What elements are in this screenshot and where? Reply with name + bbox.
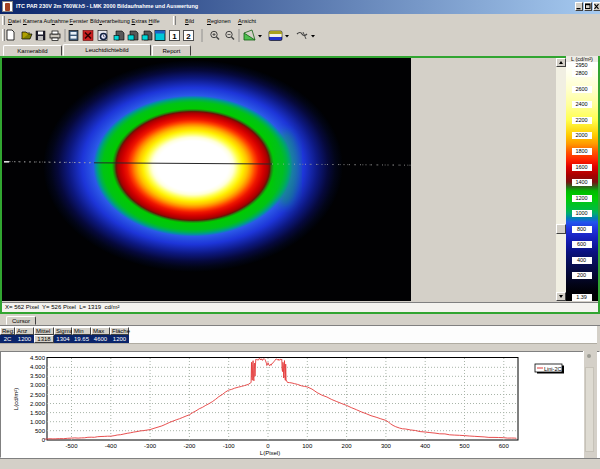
svg-text:-200: -200 <box>183 443 196 449</box>
svg-text:-100: -100 <box>223 443 236 449</box>
svg-text:200: 200 <box>342 443 353 449</box>
svg-text:L(cd/m²): L(cd/m²) <box>13 388 19 410</box>
svg-text:4.500: 4.500 <box>30 355 46 361</box>
svg-text:1: 1 <box>172 32 177 41</box>
svg-text:-300: -300 <box>144 443 157 449</box>
svg-text:-400: -400 <box>105 443 118 449</box>
svg-text:-500: -500 <box>65 443 78 449</box>
svg-text:400: 400 <box>420 443 431 449</box>
svg-text:0: 0 <box>42 437 46 443</box>
svg-text:500: 500 <box>35 428 46 434</box>
svg-text:500: 500 <box>459 443 470 449</box>
svg-text:L(Pixel): L(Pixel) <box>260 450 280 456</box>
svg-text:3.500: 3.500 <box>30 373 46 379</box>
svg-text:Lini-2C: Lini-2C <box>544 366 561 372</box>
svg-text:2.000: 2.000 <box>30 401 46 407</box>
svg-text:1.500: 1.500 <box>30 410 46 416</box>
svg-text:300: 300 <box>381 443 392 449</box>
svg-text:0: 0 <box>266 443 270 449</box>
svg-text:1.000: 1.000 <box>30 419 46 425</box>
svg-text:600: 600 <box>499 443 510 449</box>
svg-text:2.500: 2.500 <box>30 392 46 398</box>
svg-text:100: 100 <box>302 443 313 449</box>
svg-text:4.000: 4.000 <box>30 364 46 370</box>
svg-text:3.000: 3.000 <box>30 382 46 388</box>
svg-text:2: 2 <box>186 32 191 41</box>
